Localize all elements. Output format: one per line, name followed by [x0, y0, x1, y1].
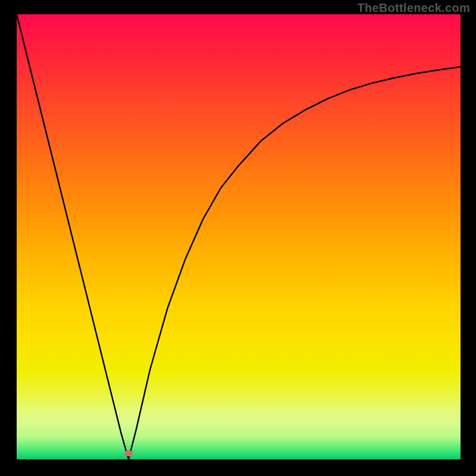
watermark-text: TheBottleneck.com — [357, 1, 470, 15]
curve-line — [17, 14, 461, 459]
plot-area — [17, 14, 461, 459]
bottleneck-marker — [124, 450, 133, 456]
chart-container: TheBottleneck.com — [0, 0, 476, 476]
